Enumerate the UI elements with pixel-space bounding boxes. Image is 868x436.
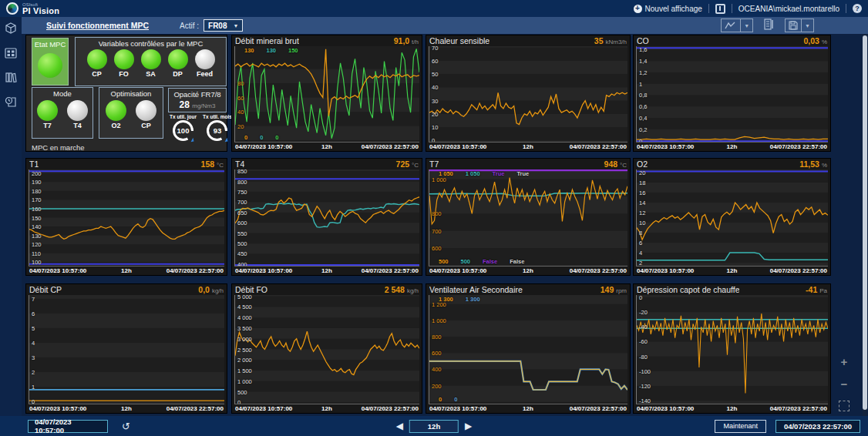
chart-current-value: 725 °C	[396, 159, 419, 169]
x-axis-label: 04/07/2023 10:57:00	[637, 267, 694, 274]
y-tick-label: -60	[639, 338, 648, 345]
variable-feed: Feed	[195, 49, 215, 78]
end-time-input[interactable]: 04/07/2023 22:57:00	[775, 420, 860, 433]
x-axis: 04/07/2023 10:57:0012h04/07/2023 22:57:0…	[234, 404, 419, 413]
display-canvas: Etat MPC Variables contrôlées par le MPC…	[22, 34, 868, 416]
events-table-button[interactable]	[764, 18, 774, 33]
chart-plot-area[interactable]: 0-20-40-60-80-100-120-140	[636, 295, 828, 404]
chart-plot-area[interactable]: 5 0004 5004 0003 5003 0002 5002 0001 500…	[234, 295, 419, 404]
vertical-scrollbar[interactable]	[863, 34, 867, 416]
scale-top-labels: 1 3001 300	[439, 296, 480, 303]
chart-plot-area[interactable]: 706050403020100	[429, 46, 627, 142]
y-tick-label: 7	[32, 295, 35, 302]
nav-library-books-icon[interactable]	[5, 71, 18, 84]
start-time-input[interactable]: 04/07/2023 10:57:00	[28, 420, 108, 433]
y-tick-label: 0	[237, 399, 241, 404]
scrollbar-thumb[interactable]	[863, 35, 867, 410]
y-tick-label: -80	[639, 353, 648, 360]
y-tick-label: 800	[432, 210, 442, 217]
ad-hoc-display-icon[interactable]	[715, 4, 725, 14]
step-back-button[interactable]: ◀	[396, 421, 403, 431]
y-tick-label: 2 000	[237, 357, 252, 364]
chart-plot-area[interactable]: 1 2001 0008006004002001 3001 30000	[429, 295, 627, 404]
y-tick-label: 650	[237, 209, 247, 216]
trend-tool-button[interactable]	[722, 19, 740, 32]
y-tick-label: 700	[432, 227, 442, 234]
y-tick-label: 2	[639, 260, 642, 266]
y-tick-label: 130	[32, 232, 42, 239]
y-tick-label: 750	[237, 188, 247, 195]
user-name[interactable]: OCEANIA\mickael.montarello	[738, 5, 839, 13]
x-axis-label: 04/07/2023 22:57:00	[770, 143, 827, 150]
time-range-input[interactable]: 12h	[409, 420, 459, 433]
x-axis-label: 04/07/2023 10:57:00	[235, 143, 292, 150]
chart-plot-area[interactable]: 80604020130130150000	[234, 46, 419, 142]
now-button[interactable]: Maintenant	[715, 420, 766, 433]
cp-led	[87, 49, 107, 69]
y-tick-label: -20	[639, 309, 648, 316]
zoom-out-button[interactable]: −	[841, 378, 848, 390]
step-forward-button[interactable]: ▶	[465, 421, 472, 431]
x-axis-label: 12h	[727, 405, 738, 412]
chart-plot-area[interactable]: 2018161412108642	[636, 169, 828, 266]
feed-led	[195, 49, 215, 69]
y-tick-label: 60	[432, 57, 438, 64]
mode-t4: T4	[67, 100, 88, 129]
refresh-icon[interactable]: ↺	[122, 421, 130, 431]
chart-plot-area[interactable]: 200190180170160150140130120110100	[29, 169, 224, 266]
chart-plot-area[interactable]: 76543210	[29, 295, 224, 404]
x-axis: 04/07/2023 10:57:0012h04/07/2023 22:57:0…	[429, 266, 627, 275]
breadcrumb-bar: Suivi fonctionnement MPC Actif : FR08 ▼ …	[22, 17, 868, 34]
y-tick-label: 700	[237, 199, 247, 206]
y-tick-label: 16	[639, 189, 645, 196]
trend-tool-caret[interactable]: ▼	[740, 19, 752, 32]
zoom-in-button[interactable]: +	[841, 356, 848, 367]
chart-title: Chaleur sensible	[429, 36, 490, 45]
save-button[interactable]	[786, 19, 801, 32]
chart-title: Débit minerai brut	[235, 36, 299, 45]
nav-displays-grid-icon[interactable]	[5, 46, 18, 59]
variable-cp: CP	[87, 49, 107, 78]
utilisation-gauges: Tx util. jour 100 Tx util. mois 93	[170, 114, 232, 141]
y-tick-label: 5 000	[237, 295, 252, 300]
y-tick-label: -120	[639, 382, 651, 389]
plus-circle-icon: +	[634, 5, 642, 13]
chart-plot-area[interactable]: 850800750700650600550500450400	[234, 169, 419, 266]
y-tick-label: 6	[32, 310, 35, 317]
fit-view-icon[interactable]	[839, 401, 849, 411]
nav-assets-cube-icon[interactable]	[5, 22, 18, 35]
controlled-variables-box: Variables contrôlées par le MPC CP FO SA…	[75, 37, 227, 86]
nav-events-clock-icon[interactable]	[5, 96, 18, 109]
help-icon[interactable]: ?	[853, 4, 862, 13]
y-tick-label: 0	[639, 295, 642, 300]
save-caret[interactable]: ▼	[801, 19, 813, 32]
y-tick-label: 180	[32, 187, 42, 194]
mpc-status-panel: Etat MPC Variables contrôlées par le MPC…	[25, 35, 227, 152]
y-tick-label: 20	[432, 110, 438, 117]
y-tick-label: 5	[32, 324, 35, 331]
x-axis-label: 04/07/2023 22:57:00	[570, 267, 627, 274]
brand: OSIsoft PI Vision	[6, 2, 59, 15]
y-tick-label: 1,2	[639, 69, 647, 75]
chart-current-value: 158 °C	[201, 159, 224, 169]
chart-current-value: 35 kNm3/h	[594, 36, 627, 45]
chart-plot-area[interactable]: 1 0008007006001 0501 050TrueTrue500500Fa…	[429, 169, 627, 266]
display-title-link[interactable]: Suivi fonctionnement MPC	[46, 21, 149, 30]
y-tick-label: -140	[639, 397, 651, 404]
sa-led	[141, 49, 161, 69]
x-axis-label: 04/07/2023 10:57:00	[235, 267, 292, 274]
asset-select-value: FR08	[208, 22, 227, 30]
fo-led	[114, 49, 134, 69]
y-tick-label: 3	[32, 354, 35, 361]
new-display-button[interactable]: + Nouvel affichage	[634, 5, 702, 13]
x-axis-label: 12h	[727, 143, 738, 150]
asset-select[interactable]: FR08 ▼	[204, 19, 243, 32]
variable-fo: FO	[114, 49, 134, 78]
left-nav	[0, 17, 22, 416]
chart-plot-area[interactable]: 1,61,41,210,80,60,40,20	[636, 46, 828, 142]
x-axis-label: 04/07/2023 22:57:00	[167, 405, 224, 412]
y-tick-label: 20	[237, 122, 244, 129]
y-tick-label: 600	[432, 350, 442, 357]
y-tick-label: 14	[639, 199, 645, 206]
y-tick-label: -100	[639, 367, 651, 374]
